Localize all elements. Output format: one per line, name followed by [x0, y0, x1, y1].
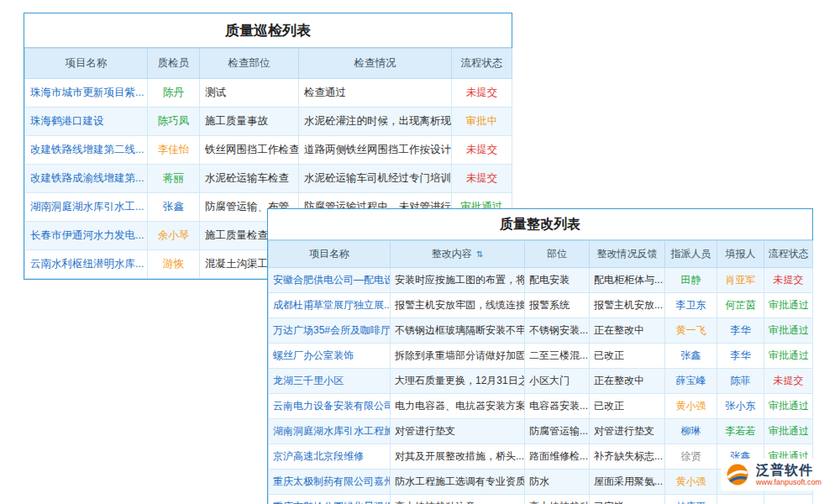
patrol-table-header: 项目名称 质检员 检查部位 检查情况 流程状态	[25, 49, 512, 79]
cell-filler: 肖亚军	[717, 268, 764, 293]
cell-project-name[interactable]: 改建铁路成渝线增建第...	[25, 165, 148, 193]
table-row[interactable]: 龙湖三千里小区大理石质量更换，12月31日之...小区大门正在整改中薛宝峰陈菲未…	[269, 369, 813, 394]
table-row[interactable]: 重庆市鹅岭公园绿化景观提升...高大植被栽种注意高大植被栽种已完毕林康平	[269, 495, 813, 504]
cell-assignee: 张鑫	[665, 344, 717, 369]
cell-assignee: 田静	[665, 268, 717, 293]
cell-check-part: 水泥砼运输车检查	[200, 165, 299, 193]
cell-project-name[interactable]: 龙湖三千里小区	[269, 369, 391, 394]
cell-assignee: 林康平	[665, 495, 717, 504]
cell-filler: 李华	[717, 344, 764, 369]
table-row[interactable]: 珠海鹤港口建设陈巧凤施工质量事故水泥砼灌注的时候，出现离析现象审批中	[25, 108, 512, 136]
cell-flow-status	[764, 495, 813, 504]
header-row: 项目名称 质检员 检查部位 检查情况 流程状态	[25, 49, 512, 79]
col-assignee: 指派人员	[665, 241, 717, 268]
rectify-table-title: 质量整改列表	[268, 209, 812, 240]
cell-part: 高大植被栽种	[525, 495, 590, 504]
cell-inspector: 张鑫	[148, 193, 200, 222]
cell-rectify-content: 拆除到承重墙部分请做好加固...	[391, 344, 525, 369]
cell-assignee: 柳琳	[665, 419, 717, 444]
cell-part: 防水	[525, 470, 590, 495]
cell-filler: 何芷茵	[717, 293, 764, 318]
cell-check-situation: 水泥砼运输车司机经过专门培训...	[299, 165, 452, 193]
cell-project-name[interactable]: 成都杜甫草堂展厅独立展...	[269, 293, 391, 318]
col-rectify-content[interactable]: 整改内容 ⇅	[391, 241, 525, 268]
cell-project-name[interactable]: 安徽合肥供电公司—配电设备...	[269, 268, 391, 293]
rectify-table-header: 项目名称 整改内容 ⇅ 部位 整改情况反馈 指派人员 填报人 流程状态	[269, 241, 813, 268]
col-check-part: 检查部位	[200, 49, 299, 79]
cell-feedback: 报警主机安放...	[590, 293, 665, 318]
cell-project-name[interactable]: 重庆市鹅岭公园绿化景观提升...	[269, 495, 391, 504]
cell-feedback: 对管进行垫支	[590, 419, 665, 444]
cell-part: 路面维修检...	[525, 444, 590, 470]
cell-assignee: 薛宝峰	[665, 369, 717, 394]
table-row[interactable]: 螺丝厂办公室装饰拆除到承重墙部分请做好加固...二至三楼混...已改正张鑫李华审…	[269, 344, 813, 369]
cell-feedback: 补齐缺失标志...	[590, 444, 665, 470]
patrol-table-title: 质量巡检列表	[24, 13, 512, 48]
cell-filler: 陈菲	[717, 369, 764, 394]
col-project-name: 项目名称	[269, 241, 391, 268]
fanpu-logo: 泛普软件 www.fanpusoft.com	[721, 459, 828, 491]
cell-filler	[717, 495, 764, 504]
cell-inspector: 陈丹	[148, 79, 200, 108]
table-row[interactable]: 成都杜甫草堂展厅独立展...报警主机安放牢固，线缆连接...报警系统报警主机安放…	[269, 293, 813, 318]
cell-project-name[interactable]: 螺丝厂办公室装饰	[269, 344, 391, 369]
cell-part: 小区大门	[525, 369, 590, 394]
cell-flow-status: 审批通过	[764, 344, 813, 369]
cell-inspector: 游恢	[148, 250, 200, 279]
cell-rectify-content: 安装时应按施工图的布置，将...	[391, 268, 525, 293]
table-row[interactable]: 万达广场35#会所及咖啡厅空...不锈钢边框玻璃隔断安装不牢...不锈钢安装..…	[269, 318, 813, 344]
cell-assignee: 黄小强	[665, 470, 717, 495]
cell-feedback: 正在整改中	[590, 318, 665, 344]
col-feedback: 整改情况反馈	[590, 241, 665, 268]
col-flow-status: 流程状态	[452, 49, 512, 79]
table-row[interactable]: 珠海市城市更新项目紫...陈丹测试检查通过未提交	[25, 79, 512, 108]
table-row[interactable]: 湖南洞庭湖水库引水工程施工...对管进行垫支防腐管运输...对管进行垫支柳琳李若…	[269, 419, 813, 444]
cell-flow-status: 审批通过	[764, 419, 813, 444]
cell-assignee: 黄小强	[665, 394, 717, 419]
cell-project-name[interactable]: 湖南洞庭湖水库引水工程施工...	[269, 419, 391, 444]
cell-feedback: 已改正	[590, 344, 665, 369]
cell-rectify-content: 不锈钢边框玻璃隔断安装不牢...	[391, 318, 525, 344]
sort-icon[interactable]: ⇅	[476, 249, 483, 259]
logo-text: 泛普软件 www.fanpusoft.com	[756, 463, 822, 487]
cell-inspector: 余小琴	[148, 222, 200, 250]
cell-part: 报警系统	[525, 293, 590, 318]
table-row[interactable]: 安徽合肥供电公司—配电设备...安装时应按施工图的布置，将...配电安装配电柜柜…	[269, 268, 813, 293]
cell-project-name[interactable]: 长春市伊通河水力发电...	[25, 222, 148, 250]
cell-filler: 张小东	[717, 394, 764, 419]
cell-project-name[interactable]: 万达广场35#会所及咖啡厅空...	[269, 318, 391, 344]
cell-filler: 李华	[717, 318, 764, 344]
cell-check-situation: 道路两侧铁丝网围挡工作按设计...	[299, 136, 452, 165]
table-row[interactable]: 改建铁路线增建第二线...李佳怡铁丝网围挡工作检查道路两侧铁丝网围挡工作按设计.…	[25, 136, 512, 165]
table-row[interactable]: 云南电力设备安装有限公司20...电力电容器、电抗器安装方案,...电容器安装.…	[269, 394, 813, 419]
cell-flow-status: 未提交	[452, 136, 512, 165]
cell-project-name[interactable]: 改建铁路线增建第二线...	[25, 136, 148, 165]
cell-rectify-content: 大理石质量更换，12月31日之...	[391, 369, 525, 394]
cell-part: 不锈钢安装...	[525, 318, 590, 344]
cell-project-name[interactable]: 珠海市城市更新项目紫...	[25, 79, 148, 108]
brand-name: 泛普软件	[756, 463, 822, 478]
cell-part: 电容器安装...	[525, 394, 590, 419]
cell-flow-status: 未提交	[764, 268, 813, 293]
cell-part: 二至三楼混...	[525, 344, 590, 369]
col-filler: 填报人	[717, 241, 764, 268]
cell-rectify-content: 对其及开展整改措施，桥头...	[391, 444, 525, 470]
cell-project-name[interactable]: 珠海鹤港口建设	[25, 108, 148, 136]
table-row[interactable]: 改建铁路成渝线增建第...蒋丽水泥砼运输车检查水泥砼运输车司机经过专门培训...…	[25, 165, 512, 193]
col-check-situation: 检查情况	[299, 49, 452, 79]
cell-feedback: 已改正	[590, 394, 665, 419]
cell-flow-status: 审批通过	[764, 293, 813, 318]
cell-rectify-content: 电力电容器、电抗器安装方案,...	[391, 394, 525, 419]
cell-check-part: 铁丝网围挡工作检查	[200, 136, 299, 165]
col-inspector: 质检员	[148, 49, 200, 79]
cell-feedback: 屋面采用聚氨...	[590, 470, 665, 495]
cell-flow-status: 未提交	[452, 165, 512, 193]
cell-project-name[interactable]: 京沪高速北京段维修	[269, 444, 391, 470]
cell-flow-status: 审批中	[452, 108, 512, 136]
cell-inspector: 李佳怡	[148, 136, 200, 165]
cell-project-name[interactable]: 云南水利枢纽潜明水库...	[25, 250, 148, 279]
cell-project-name[interactable]: 云南电力设备安装有限公司20...	[269, 394, 391, 419]
cell-project-name[interactable]: 湖南洞庭湖水库引水工...	[25, 193, 148, 222]
cell-check-part: 测试	[200, 79, 299, 108]
cell-project-name[interactable]: 重庆太极制药有限公司嘉州中...	[269, 470, 391, 495]
